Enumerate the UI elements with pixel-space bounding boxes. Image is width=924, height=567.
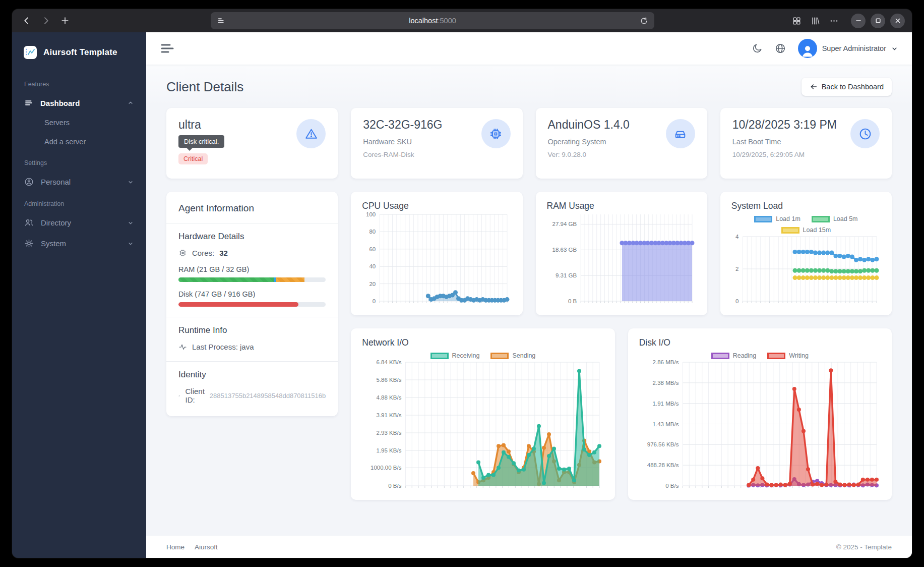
page-title: Client Details	[166, 79, 243, 95]
legend-swatch	[430, 353, 449, 359]
chevron-down-icon	[127, 179, 134, 186]
maximize-button[interactable]	[871, 14, 885, 28]
client-name-card: ultra Disk critical. Critical	[166, 108, 338, 179]
new-tab-button[interactable]	[57, 13, 73, 28]
legend-item-writing[interactable]: Writing	[767, 352, 809, 359]
activity-pulse-icon	[178, 343, 187, 351]
legend-item-load-15m[interactable]: Load 15m	[781, 226, 831, 234]
sidebar-item-dashboard[interactable]: Dashboard	[12, 93, 146, 113]
refresh-icon[interactable]	[640, 17, 648, 25]
sidebar-item-personal[interactable]: Personal	[12, 172, 146, 192]
svg-text:2: 2	[735, 266, 738, 272]
legend-item-sending[interactable]: Sending	[490, 352, 535, 359]
brand-name: Aiursoft Template	[43, 47, 117, 58]
disk-progress-red	[178, 302, 298, 307]
svg-text:27.94 GB: 27.94 GB	[552, 221, 577, 227]
sidebar-item-system[interactable]: System	[12, 233, 146, 254]
section-label-settings: Settings	[12, 151, 146, 172]
sidebar-toggle-icon[interactable]	[160, 43, 174, 54]
arrow-left-icon	[810, 83, 818, 91]
critical-status-badge: Critical	[178, 153, 208, 164]
hard-drive-icon	[666, 119, 695, 148]
globe-language-icon[interactable]	[775, 43, 786, 54]
sidebar-item-servers[interactable]: Servers	[12, 113, 146, 132]
url-bar[interactable]: localhost:5000	[211, 12, 654, 29]
svg-text:2.93 KB/s: 2.93 KB/s	[377, 430, 402, 436]
chevron-left-icon	[22, 16, 32, 26]
legend-label: Sending	[512, 352, 535, 359]
close-button[interactable]	[890, 14, 905, 28]
menu-dots-icon[interactable]	[829, 16, 839, 26]
ram-progress-green	[178, 277, 274, 282]
disk-io-card: Disk I/O ReadingWriting 2.86 MB/s2.38 MB…	[628, 328, 892, 500]
system-load-legend: Load 1mLoad 5mLoad 15m	[731, 215, 881, 234]
svg-text:80: 80	[369, 229, 376, 235]
ram-usage-card: RAM Usage 27.94 GB18.63 GB9.31 GB0 B	[536, 192, 707, 315]
window-controls	[851, 14, 905, 28]
library-icon[interactable]	[811, 16, 820, 26]
sidebar: Aiursoft Template Features Dashboard Ser…	[12, 32, 146, 558]
clock-icon	[850, 119, 880, 148]
sidebar-item-directory[interactable]: Directory	[12, 212, 146, 233]
avatar	[798, 39, 817, 58]
last-boot-card: 10/28/2025 3:19 PM Last Boot Time 10/29/…	[720, 108, 892, 179]
caret-down-icon	[891, 45, 898, 52]
footer-link-aiursoft[interactable]: Aiursoft	[195, 543, 218, 551]
user-menu[interactable]: Super Administrator	[798, 39, 898, 58]
top-header: Super Administrator	[146, 32, 912, 65]
network-io-chart: 6.84 KB/s5.86 KB/s4.88 KB/s3.91 KB/s2.93…	[362, 359, 603, 495]
ram-usage-chart: 27.94 GB18.63 GB9.31 GB0 B	[547, 211, 696, 310]
brand[interactable]: Aiursoft Template	[12, 40, 146, 73]
svg-text:976.56 KB/s: 976.56 KB/s	[647, 441, 679, 447]
svg-text:6.84 KB/s: 6.84 KB/s	[377, 359, 402, 365]
chevron-down-icon	[127, 219, 134, 226]
users-icon	[24, 218, 34, 228]
svg-text:18.63 GB: 18.63 GB	[552, 247, 577, 253]
legend-label: Load 1m	[776, 215, 800, 222]
cores-value: 32	[219, 249, 228, 257]
operating-system-card: AnduinOS 1.4.0 Operating System Ver: 9.0…	[536, 108, 707, 179]
svg-text:488.28 KB/s: 488.28 KB/s	[647, 462, 679, 468]
hardware-sku-card: 32C-32G-916G Hardware SKU Cores-RAM-Disk	[351, 108, 522, 179]
back-to-dashboard-button[interactable]: Back to Dashboard	[802, 78, 892, 96]
minimize-button[interactable]	[851, 14, 866, 28]
key-icon	[178, 391, 180, 400]
legend-swatch	[812, 216, 830, 222]
system-load-card: System Load Load 1mLoad 5mLoad 15m 420	[720, 192, 892, 315]
sidebar-item-add-a-server[interactable]: Add a server	[12, 132, 146, 151]
person-circle-icon	[24, 177, 34, 187]
client-id-value: 288513755b2148958548dd870811516b	[210, 392, 326, 400]
footer-link-home[interactable]: Home	[166, 543, 184, 551]
legend-swatch	[754, 216, 772, 222]
legend-item-receiving[interactable]: Receiving	[430, 352, 480, 359]
disk-io-legend: ReadingWriting	[711, 352, 809, 359]
dark-mode-moon-icon[interactable]	[752, 43, 763, 54]
agent-information-card: Agent Information Hardware Details Cores…	[166, 192, 338, 416]
client-id-label: Client ID:	[185, 387, 204, 404]
gear-icon	[24, 239, 34, 248]
disk-progress-bar	[178, 302, 326, 307]
last-process-value: Last Process: java	[192, 343, 254, 351]
legend-label: Writing	[789, 352, 809, 359]
svg-text:1.43 MB/s: 1.43 MB/s	[652, 421, 679, 427]
ram-progress-bar	[178, 277, 326, 282]
ram-progress-orange	[276, 277, 304, 282]
legend-item-load-1m[interactable]: Load 1m	[754, 215, 800, 222]
sidebar-item-label: Personal	[41, 178, 71, 186]
client-name: ultra	[178, 118, 224, 132]
page-content: Client Details Back to Dashboard ultra D…	[146, 65, 912, 536]
warning-triangle-icon	[296, 119, 326, 148]
cpu-usage-card: CPU Usage 100806040200	[351, 192, 522, 315]
browser-forward-button[interactable]	[38, 13, 53, 28]
svg-text:40: 40	[369, 263, 376, 269]
browser-back-button[interactable]	[19, 13, 34, 28]
tab-overview-icon[interactable]	[792, 16, 802, 26]
legend-item-load-5m[interactable]: Load 5m	[812, 215, 858, 222]
brand-logo-icon	[23, 45, 37, 60]
reader-mode-icon[interactable]	[217, 16, 226, 25]
browser-window: localhost:5000 Aiursoft Template Feature…	[12, 9, 912, 558]
legend-swatch	[781, 227, 799, 234]
svg-text:0: 0	[735, 298, 738, 304]
legend-swatch	[767, 353, 785, 359]
legend-item-reading[interactable]: Reading	[711, 352, 757, 359]
